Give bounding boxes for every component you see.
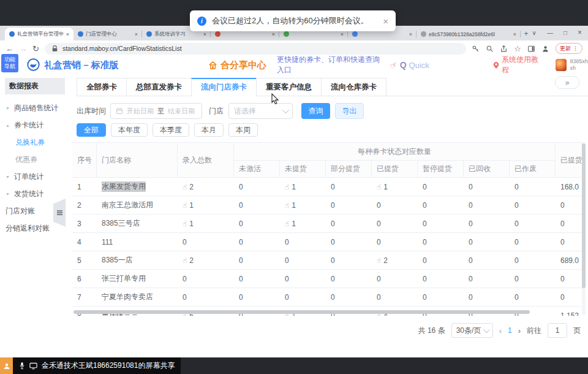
content-tab[interactable]: 重要客户信息 <box>256 78 321 96</box>
tab-close-icon[interactable]: × <box>272 31 275 37</box>
sidebar-item[interactable]: ▲券卡统计 <box>0 116 66 134</box>
cell-total-count[interactable]: ☝2 <box>178 178 234 196</box>
cell-status-count[interactable]: ☝1 <box>280 215 326 233</box>
content-tab[interactable]: 流向仓库券卡 <box>321 78 386 96</box>
sidebar-item[interactable]: ▼发货统计 <box>0 185 66 202</box>
key-icon[interactable] <box>472 45 480 53</box>
function-nav-button[interactable]: 功能导航 <box>1 54 18 72</box>
prev-page-icon[interactable]: ‹ <box>499 326 502 335</box>
cell-status-count[interactable]: ☝1 <box>372 178 418 196</box>
cell-total-count[interactable]: ☝1 <box>178 196 234 215</box>
browser-tab[interactable]: 门店管理中心× <box>74 28 142 40</box>
column-header: 已提货 <box>372 161 418 178</box>
cell-value: 0 <box>331 275 335 283</box>
cell-value: 0 <box>560 201 565 210</box>
sidebar-item[interactable]: ▼商品销售统计 <box>0 99 66 116</box>
bookmark-star-icon[interactable]: ☆ <box>514 45 521 53</box>
quick-search-label[interactable]: Quick <box>409 61 429 70</box>
cell-value: 1 <box>292 183 296 191</box>
quick-filter-chip[interactable]: 全部 <box>77 123 106 137</box>
search-button[interactable]: 查询 <box>301 103 330 119</box>
goto-page-input[interactable]: 1 <box>548 323 567 338</box>
tab-close-icon[interactable]: × <box>513 31 516 37</box>
cell-value: 0 <box>239 256 243 265</box>
chrome-update-button[interactable]: 更新 ⋮ <box>556 43 582 54</box>
browser-tab[interactable]: e8c573980b1328a258fd2e6l× <box>417 28 521 40</box>
cell-amount: 689.0 <box>556 251 585 270</box>
quick-filter-chip[interactable]: 本周 <box>228 123 258 137</box>
tab-close-icon[interactable]: × <box>341 31 344 37</box>
cell-total-count[interactable]: ☝2 <box>178 251 234 270</box>
app-title: 礼盒营销 – 标准版 <box>44 59 119 71</box>
cell-value: 0 <box>514 238 519 246</box>
next-page-icon[interactable]: › <box>518 326 521 335</box>
tab-close-icon[interactable]: × <box>66 31 69 37</box>
cell-status-count: 0 <box>280 288 326 307</box>
export-button[interactable]: 导出 <box>335 103 364 119</box>
sidebar-item[interactable]: 优惠券 <box>0 151 66 168</box>
cell-value: 0 <box>239 275 243 283</box>
quick-search-icon[interactable]: Q <box>400 60 407 70</box>
page-size-select[interactable]: 30条/页 <box>451 323 493 338</box>
quick-filter-chip[interactable]: 本月 <box>194 123 224 137</box>
column-header: 暂停提货 <box>418 161 464 178</box>
toast-close-icon[interactable]: × <box>383 16 388 26</box>
content-tab[interactable]: 全部券卡 <box>77 78 126 96</box>
sidebar-item[interactable]: ▼订单统计 <box>0 168 66 185</box>
cell-value: 1,152 <box>560 311 579 316</box>
quick-filter-chip[interactable]: 本季度 <box>153 123 189 137</box>
date-to-label: 至 <box>157 107 164 116</box>
close-window-icon[interactable]: × <box>578 28 582 37</box>
cell-value: 1 <box>77 183 81 191</box>
side-panel-icon[interactable] <box>527 45 535 53</box>
browser-tab[interactable]: 礼盒营销平台管理中心× <box>5 28 74 40</box>
zoom-icon[interactable] <box>486 45 494 53</box>
sidebar: 数据报表 ▼商品销售统计▲券卡统计兑换礼券优惠券▼订单统计▼发货统计门店对账分销… <box>0 74 66 357</box>
tab-close-icon[interactable]: × <box>203 31 206 37</box>
quick-filter-chip[interactable]: 本年度 <box>111 123 148 137</box>
content-tab[interactable]: 总部直发券卡 <box>126 78 191 96</box>
cell-value: 1 <box>383 183 388 191</box>
quick-entry-link[interactable]: 更快捷的券卡、订单和快递查询入口 <box>277 55 385 75</box>
share-icon[interactable] <box>500 45 508 53</box>
tutorial-link[interactable]: 系统使用教程 <box>493 55 542 75</box>
user-avatar[interactable] <box>556 59 567 71</box>
sidebar-item[interactable]: 兑换礼券 <box>0 134 66 151</box>
tab-favicon <box>9 31 15 37</box>
horizontal-scrollbar[interactable] <box>74 310 530 314</box>
column-header: 未激活 <box>234 161 280 178</box>
cell-status-count[interactable]: ☝1 <box>280 178 326 196</box>
cell-status-count[interactable]: ☝1 <box>280 196 326 215</box>
cell-value: 0 <box>285 275 289 283</box>
cell-value: 0 <box>560 275 565 283</box>
tab-favicon <box>284 31 289 37</box>
pointer-hand-icon: ☝ <box>183 256 187 265</box>
share-center-link[interactable]: 合分享中心 <box>208 59 266 71</box>
tab-close-icon[interactable]: × <box>409 31 412 37</box>
minimize-icon[interactable]: — <box>547 29 553 36</box>
pointer-hand-icon: ☝ <box>377 256 381 265</box>
back-icon[interactable]: ← <box>6 45 13 53</box>
mouse-cursor <box>271 93 279 105</box>
profile-icon[interactable] <box>541 45 549 53</box>
calendar-icon <box>116 107 123 115</box>
new-tab-button[interactable]: + <box>521 28 532 39</box>
store-select[interactable]: 请选择 <box>228 103 293 119</box>
vertical-scrollbar[interactable] <box>582 142 586 315</box>
cell-status-count: 0 <box>326 215 372 233</box>
forward-icon[interactable]: → <box>19 45 27 53</box>
date-range-input[interactable]: 开始日期 至 结束日期 <box>110 103 202 119</box>
address-bar[interactable]: standard.maboy.cn/CardFlowStatisticsList <box>45 43 466 55</box>
reload-icon[interactable]: ↻ <box>32 45 39 53</box>
maximize-icon[interactable]: □ <box>564 29 567 36</box>
tab-search-icon[interactable]: ∨ <box>532 29 537 36</box>
cell-row-number: 4 <box>72 233 97 251</box>
tab-close-icon[interactable]: × <box>135 31 138 37</box>
content-tab[interactable]: 流向门店券卡 <box>191 78 256 96</box>
cell-status-count: 0 <box>418 178 464 196</box>
cell-total-count[interactable]: ☝1 <box>178 215 234 233</box>
scrollbar-thumb[interactable] <box>582 143 586 288</box>
cell-value: 1 <box>292 219 296 228</box>
cell-status-count[interactable]: ☝2 <box>372 251 418 270</box>
current-page[interactable]: 1 <box>508 326 512 335</box>
